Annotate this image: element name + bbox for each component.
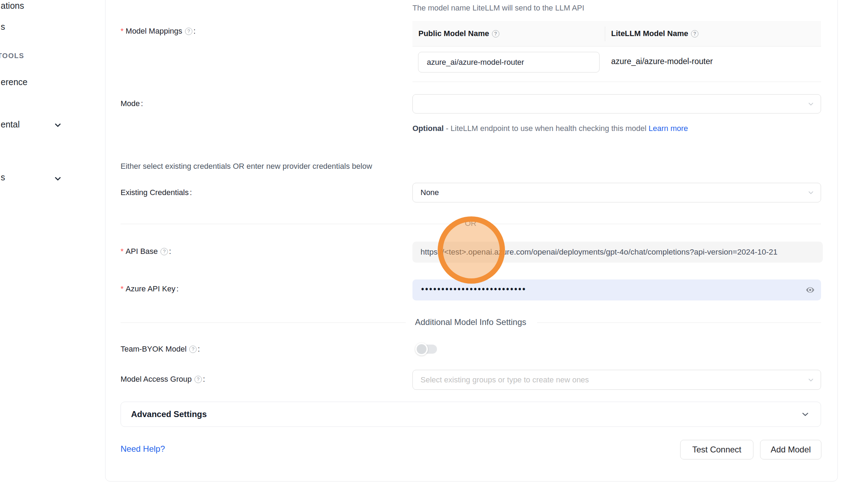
- model-mappings-label-text: Model Mappings: [126, 27, 182, 36]
- team-byok-label-text: Team-BYOK Model: [121, 345, 186, 354]
- chevron-down-icon[interactable]: [53, 174, 62, 183]
- model-mappings-table-header: Public Model Name ? LiteLLM Model Name ?: [412, 21, 821, 47]
- masked-api-key: ••••••••••••••••••••••••••: [421, 285, 526, 294]
- sidebar-item-organizations[interactable]: ations: [1, 1, 24, 11]
- help-question-icon[interactable]: ?: [492, 30, 499, 37]
- litellm-model-name-header: LiteLLM Model Name ?: [605, 21, 821, 46]
- table-row-divider: [412, 82, 821, 82]
- required-asterisk: *: [121, 284, 124, 293]
- section-divider-line: [537, 323, 821, 323]
- litellm-model-name-value: azure_ai/azure-model-router: [611, 57, 713, 66]
- label-colon: :: [203, 375, 205, 384]
- test-connect-button[interactable]: Test Connect: [680, 440, 753, 459]
- public-model-name-header: Public Model Name ?: [412, 21, 605, 46]
- model-access-group-label: Model Access Group ? :: [121, 375, 205, 384]
- add-model-button[interactable]: Add Model: [760, 440, 821, 459]
- chevron-down-icon[interactable]: [53, 120, 62, 130]
- azure-api-key-label: * Azure API Key :: [121, 284, 179, 293]
- help-question-icon[interactable]: ?: [194, 376, 202, 383]
- label-colon: :: [198, 345, 200, 354]
- or-divider-text: OR: [459, 219, 482, 228]
- help-question-icon[interactable]: ?: [160, 248, 168, 255]
- required-asterisk: *: [121, 27, 124, 36]
- api-base-label-text: API Base: [126, 247, 158, 256]
- additional-settings-divider-title: Additional Model Info Settings: [415, 317, 526, 327]
- need-help-link[interactable]: Need Help?: [121, 444, 165, 454]
- api-base-input[interactable]: https://<test>.openai.azure.com/openai/d…: [412, 242, 823, 263]
- help-question-icon[interactable]: ?: [691, 30, 698, 37]
- existing-credentials-value: None: [421, 188, 439, 197]
- label-colon: :: [176, 284, 178, 293]
- label-colon: :: [141, 99, 143, 108]
- sidebar-item[interactable]: erence: [1, 77, 27, 87]
- toggle-knob: [415, 343, 428, 355]
- existing-credentials-label: Existing Credentials :: [121, 188, 192, 197]
- existing-credentials-select[interactable]: None: [412, 183, 821, 202]
- help-question-icon[interactable]: ?: [189, 346, 197, 353]
- mode-help-bold: Optional: [412, 124, 444, 133]
- model-access-group-select[interactable]: Select existing groups or type to create…: [412, 370, 821, 390]
- public-model-name-header-text: Public Model Name: [418, 29, 489, 38]
- credentials-note: Either select existing credentials OR en…: [121, 162, 372, 171]
- mode-select[interactable]: [412, 94, 821, 113]
- existing-credentials-label-text: Existing Credentials: [121, 188, 189, 197]
- mode-help-rest: - LiteLLM endpoint to use when health ch…: [444, 124, 649, 133]
- label-colon: :: [169, 247, 171, 256]
- litellm-model-name-header-text: LiteLLM Model Name: [611, 29, 688, 38]
- chevron-down-icon: [807, 188, 815, 197]
- team-byok-label: Team-BYOK Model ? :: [121, 345, 200, 354]
- section-divider-line: [121, 323, 406, 323]
- advanced-settings-title: Advanced Settings: [131, 409, 207, 419]
- label-colon: :: [193, 27, 196, 36]
- add-model-page: ations s TOOLS erence ental s The model …: [0, 0, 868, 485]
- model-mappings-label: * Model Mappings ? :: [121, 27, 196, 36]
- chevron-down-icon: [807, 376, 815, 384]
- sidebar-item[interactable]: s: [1, 22, 5, 32]
- or-divider-line: [121, 224, 456, 224]
- model-access-group-label-text: Model Access Group: [121, 375, 192, 384]
- label-colon: :: [190, 188, 192, 197]
- model-access-group-placeholder: Select existing groups or type to create…: [421, 375, 589, 384]
- model-name-hint: The model name LiteLLM will send to the …: [412, 4, 584, 13]
- help-question-icon[interactable]: ?: [185, 28, 192, 35]
- sidebar-item-experimental[interactable]: ental: [1, 119, 20, 130]
- sidebar-item-settings[interactable]: s: [1, 172, 5, 182]
- advanced-settings-panel[interactable]: Advanced Settings: [121, 402, 821, 427]
- sidebar-section-tools: TOOLS: [0, 52, 24, 60]
- azure-api-key-label-text: Azure API Key: [126, 284, 176, 293]
- chevron-down-icon: [807, 100, 815, 108]
- public-model-name-input[interactable]: azure_ai/azure-model-router: [418, 52, 600, 72]
- required-asterisk: *: [121, 247, 124, 256]
- chevron-down-icon: [800, 409, 810, 419]
- or-divider-line: [485, 224, 821, 224]
- api-base-label: * API Base ? :: [121, 247, 171, 256]
- mode-help-text: Optional - LiteLLM endpoint to use when …: [412, 122, 688, 135]
- show-password-eye-icon[interactable]: [804, 285, 816, 295]
- team-byok-toggle[interactable]: [415, 343, 438, 355]
- mode-label: Mode :: [121, 99, 143, 108]
- mode-label-text: Mode: [121, 99, 140, 108]
- learn-more-link[interactable]: Learn more: [649, 124, 688, 133]
- azure-api-key-input[interactable]: ••••••••••••••••••••••••••: [412, 279, 821, 300]
